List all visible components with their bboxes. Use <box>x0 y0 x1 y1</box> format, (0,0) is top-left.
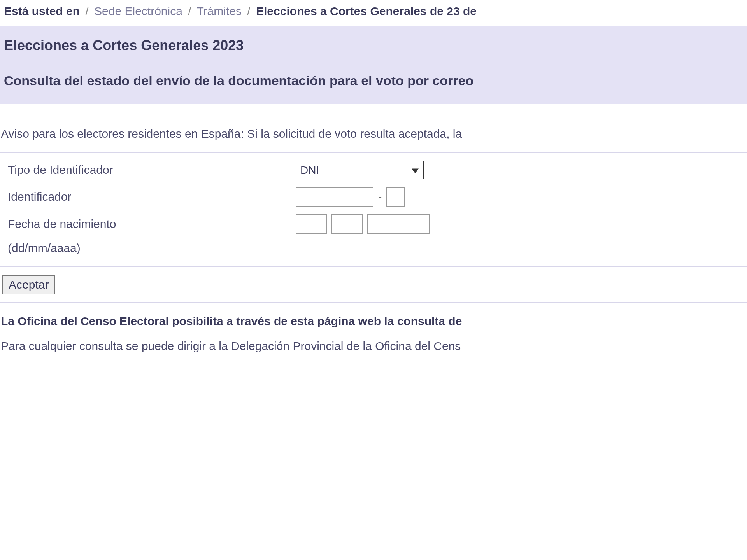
row-identifier: Identificador - <box>0 183 747 210</box>
breadcrumb: Está usted en / Sede Electrónica / Trámi… <box>0 0 747 26</box>
label-id-type: Tipo de Identificador <box>0 163 296 177</box>
input-dob-year[interactable] <box>367 214 430 234</box>
input-identifier-number[interactable] <box>296 187 374 206</box>
breadcrumb-sep: / <box>85 5 88 18</box>
input-dob-month[interactable] <box>331 214 363 234</box>
breadcrumb-item-sede[interactable]: Sede Electrónica <box>94 5 182 18</box>
input-identifier-letter[interactable] <box>386 187 405 206</box>
breadcrumb-prefix: Está usted en <box>4 5 80 18</box>
select-id-type[interactable]: DNI <box>296 161 424 179</box>
info-strong: La Oficina del Censo Electoral posibilit… <box>0 303 747 336</box>
label-dob: Fecha de nacimiento <box>0 217 296 231</box>
dob-hint: (dd/mm/aaaa) <box>0 238 747 259</box>
input-dob-day[interactable] <box>296 214 327 234</box>
breadcrumb-sep: / <box>188 5 191 18</box>
form-block: Tipo de Identificador DNI Identificador … <box>0 153 747 267</box>
row-id-type: Tipo de Identificador DNI <box>0 157 747 183</box>
notice-text: Aviso para los electores residentes en E… <box>0 104 747 153</box>
label-identifier: Identificador <box>0 190 296 203</box>
header-band: Elecciones a Cortes Generales 2023 Consu… <box>0 26 747 104</box>
accept-button[interactable]: Aceptar <box>2 275 55 294</box>
breadcrumb-sep: / <box>247 5 250 18</box>
breadcrumb-current: Elecciones a Cortes Generales de 23 de <box>256 5 477 18</box>
breadcrumb-item-tramites[interactable]: Trámites <box>196 5 242 18</box>
submit-row: Aceptar <box>0 267 747 303</box>
identifier-dash: - <box>378 191 382 203</box>
info-paragraph: Para cualquier consulta se puede dirigir… <box>0 336 747 360</box>
page-subtitle: Consulta del estado del envío de la docu… <box>4 73 743 88</box>
page-title: Elecciones a Cortes Generales 2023 <box>4 37 743 54</box>
select-wrap-id-type: DNI <box>296 161 424 179</box>
row-dob: Fecha de nacimiento <box>0 210 747 238</box>
